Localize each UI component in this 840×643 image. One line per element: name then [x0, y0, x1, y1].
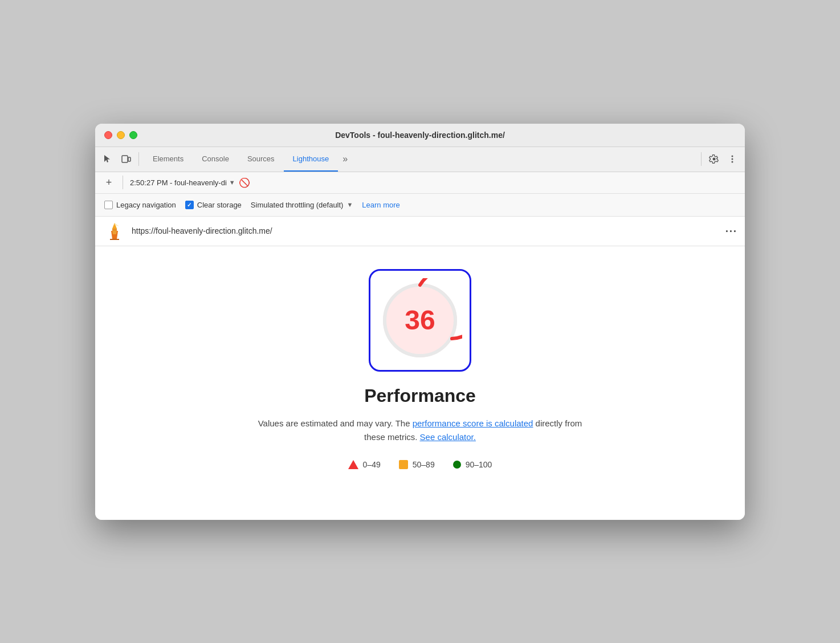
more-menu-icon[interactable]	[724, 151, 740, 167]
tab-list: Elements Console Sources Lighthouse »	[144, 146, 696, 172]
tab-more-button[interactable]: »	[338, 146, 352, 172]
poor-icon	[348, 460, 358, 469]
clear-storage-checkbox-input[interactable]	[185, 201, 194, 209]
svg-point-4	[732, 161, 733, 163]
devtools-window: DevTools - foul-heavenly-direction.glitc…	[95, 124, 745, 520]
tab-console[interactable]: Console	[193, 146, 238, 172]
maximize-button[interactable]	[129, 131, 137, 139]
lighthouse-url-row: https://foul-heavenly-direction.glitch.m…	[95, 217, 745, 246]
legend-average: 50–89	[399, 460, 435, 469]
main-content: 36 Performance Values are estimated and …	[95, 246, 745, 520]
toolbar-divider-right	[701, 152, 702, 166]
close-button[interactable]	[104, 131, 112, 139]
svg-rect-9	[110, 239, 119, 240]
calculator-link[interactable]: See calculator.	[420, 432, 476, 442]
throttling-dropdown-arrow[interactable]: ▼	[346, 201, 353, 208]
learn-more-link[interactable]: Learn more	[362, 201, 399, 209]
average-icon	[399, 460, 408, 469]
performance-title: Performance	[364, 385, 476, 406]
legacy-nav-checkbox-input[interactable]	[104, 201, 113, 209]
svg-rect-0	[122, 156, 128, 162]
clear-storage-checkbox[interactable]: Clear storage	[185, 201, 242, 209]
add-button[interactable]: +	[102, 176, 116, 189]
tab-sources[interactable]: Sources	[238, 146, 284, 172]
legacy-navigation-checkbox[interactable]: Legacy navigation	[104, 201, 176, 209]
divider2	[123, 176, 123, 189]
legend-poor: 0–49	[348, 460, 381, 469]
score-legend: 0–49 50–89 90–100	[348, 460, 492, 469]
cursor-icon[interactable]	[100, 151, 116, 167]
svg-point-2	[732, 156, 733, 157]
toolbar-divider	[138, 152, 139, 166]
legend-good: 90–100	[453, 460, 492, 469]
throttling-select: Simulated throttling (default) ▼	[251, 201, 353, 209]
svg-marker-8	[112, 231, 117, 234]
performance-description: Values are estimated and may vary. The p…	[255, 417, 585, 444]
toolbar-right	[699, 151, 740, 167]
more-options-button[interactable]: ⋮	[724, 225, 736, 237]
score-card: 36	[369, 269, 471, 372]
tab-elements[interactable]: Elements	[144, 146, 193, 172]
minimize-button[interactable]	[117, 131, 125, 139]
svg-point-3	[732, 158, 733, 160]
svg-rect-1	[128, 157, 131, 161]
url-bar: 2:50:27 PM - foul-heavenly-di ▼ 🚫	[130, 177, 738, 188]
no-entry-icon[interactable]: 🚫	[239, 177, 250, 188]
devtools-toolbar: Elements Console Sources Lighthouse »	[95, 147, 745, 172]
good-icon	[453, 461, 461, 469]
svg-rect-6	[112, 229, 117, 231]
title-bar: DevTools - foul-heavenly-direction.glitc…	[95, 124, 745, 147]
url-dropdown[interactable]: 2:50:27 PM - foul-heavenly-di ▼	[130, 178, 235, 187]
url-toolbar: + 2:50:27 PM - foul-heavenly-di ▼ 🚫	[95, 172, 745, 194]
traffic-lights	[104, 131, 137, 139]
score-number: 36	[405, 304, 435, 336]
tab-lighthouse[interactable]: Lighthouse	[284, 146, 339, 172]
lighthouse-logo	[104, 221, 125, 241]
window-title: DevTools - foul-heavenly-direction.glitc…	[335, 131, 505, 140]
score-circle: 36	[383, 283, 457, 357]
options-toolbar: Legacy navigation Clear storage Simulate…	[95, 194, 745, 217]
perf-score-link[interactable]: performance score is calculated	[413, 418, 533, 428]
dropdown-arrow-icon: ▼	[229, 179, 235, 186]
settings-icon[interactable]	[706, 151, 722, 167]
lighthouse-url-text: https://foul-heavenly-direction.glitch.m…	[132, 226, 717, 235]
device-toggle-icon[interactable]	[118, 151, 134, 167]
